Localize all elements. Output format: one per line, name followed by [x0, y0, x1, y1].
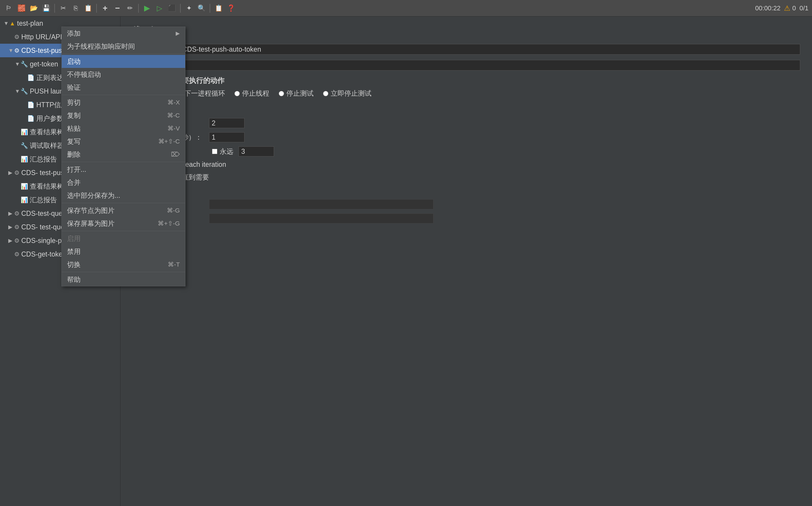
- forever-text: 永远: [220, 147, 233, 156]
- save-icon[interactable]: 💾: [41, 3, 51, 14]
- vr2-icon: 📊: [21, 183, 28, 190]
- delay-create-row: 延迟创建线程直到需要: [132, 173, 800, 182]
- minus-icon[interactable]: −: [112, 3, 123, 14]
- warning-count: 0: [792, 4, 796, 12]
- arrow-test-plan: ▼: [4, 20, 9, 26]
- separator-3: [138, 4, 139, 13]
- start-icon[interactable]: ▶: [142, 3, 152, 14]
- open-icon[interactable]: 📂: [28, 3, 39, 14]
- menu-no-pause-label: 不停顿启动: [67, 70, 101, 79]
- cds-gt-icon: ⚙: [14, 251, 19, 258]
- thread-props-section: 线程属性 线程数： Ramp-Up时间（秒）： 循环次数 永远 Same use: [132, 105, 800, 224]
- stop-icon[interactable]: ⬛: [167, 3, 177, 14]
- menu-help-label: 帮助: [67, 275, 81, 284]
- separator-f: [62, 272, 185, 272]
- name-input[interactable]: [179, 44, 800, 55]
- log-icon[interactable]: 📋: [213, 3, 224, 14]
- vr1-icon: 📊: [21, 129, 28, 136]
- radio-stop-thread-label: 停止线程: [242, 89, 269, 98]
- radio-stop-test-label: 停止测试: [287, 89, 314, 98]
- menu-merge[interactable]: 合并: [62, 176, 185, 189]
- menu-cut-label: 剪切: [67, 98, 81, 107]
- menu-switch-shortcut: ⌘-T: [168, 261, 180, 268]
- radio-stop-thread[interactable]: 停止线程: [234, 89, 269, 98]
- menu-start-label: 启动: [67, 57, 81, 66]
- menu-disable[interactable]: 禁用: [62, 245, 185, 258]
- menu-help[interactable]: 帮助: [62, 273, 185, 286]
- tree-label-user-params: 用户参数: [36, 114, 64, 123]
- forever-label[interactable]: 永远: [212, 147, 233, 156]
- menu-validate[interactable]: 验证: [62, 81, 185, 94]
- name-row: 名称：: [132, 44, 800, 55]
- menu-validate-label: 验证: [67, 83, 81, 92]
- menu-save-screen-image[interactable]: 保存屏幕为图片 ⌘+⇧-G: [62, 217, 185, 230]
- arrow-cds-pf: ▶: [8, 169, 14, 176]
- add-icon[interactable]: +: [100, 3, 110, 14]
- copy-icon[interactable]: ⎘: [70, 3, 81, 14]
- menu-paste[interactable]: 粘贴 ⌘-V: [62, 122, 185, 135]
- menu-delete[interactable]: 删除 ⌦: [62, 148, 185, 161]
- scheduler-row: 调度器: [132, 186, 800, 195]
- arrow-get-token: ▼: [15, 61, 21, 67]
- menu-duplicate[interactable]: 复写 ⌘+⇧-C: [62, 135, 185, 148]
- plan-icon: ▲: [9, 20, 15, 27]
- ramp-up-input[interactable]: [209, 132, 244, 142]
- menu-switch[interactable]: 切换 ⌘-T: [62, 258, 185, 271]
- menu-cut-shortcut: ⌘-X: [167, 99, 180, 106]
- error-action-section: 在取样器错误后要执行的动作 继续 启动下一进程循环 停止线程 停止测试: [132, 76, 800, 98]
- arrow-cds-push: ▼: [8, 48, 14, 54]
- clear-icon[interactable]: ✏: [125, 3, 135, 14]
- tree-label-test-plan: test-plan: [17, 19, 43, 27]
- separator-c: [62, 162, 185, 162]
- menu-start[interactable]: 启动: [62, 55, 185, 68]
- cds-pf-icon: ⚙: [14, 169, 19, 176]
- menu-save-selection[interactable]: 选中部分保存为...: [62, 189, 185, 202]
- menu-add[interactable]: 添加 ▶: [62, 27, 185, 40]
- arrow-push: ▼: [15, 88, 21, 94]
- radio-stop-thread-input[interactable]: [234, 91, 240, 96]
- menu-cut[interactable]: 剪切 ⌘-X: [62, 96, 185, 109]
- start-delay-input[interactable]: [209, 214, 433, 224]
- radio-stop-test-input[interactable]: [279, 91, 284, 96]
- duration-input[interactable]: [209, 199, 433, 209]
- remote-icon[interactable]: ✦: [184, 3, 194, 14]
- comment-input[interactable]: [179, 60, 800, 71]
- separator-4: [180, 4, 181, 13]
- menu-open[interactable]: 打开...: [62, 163, 185, 176]
- new-plan-icon[interactable]: 🏳: [4, 3, 14, 14]
- menu-copy-shortcut: ⌘-C: [167, 112, 180, 119]
- http-header-icon: 📄: [27, 101, 34, 108]
- radio-stop-test[interactable]: 停止测试: [279, 89, 314, 98]
- error-action-group: 继续 启动下一进程循环 停止线程 停止测试 立即停止测试: [132, 89, 800, 98]
- start-no-pause-icon[interactable]: ▷: [154, 3, 165, 14]
- paste-icon[interactable]: 📋: [83, 3, 93, 14]
- warning-badge: ⚠ 0: [784, 4, 796, 12]
- menu-open-label: 打开...: [67, 165, 86, 174]
- error-action-title: 在取样器错误后要执行的动作: [132, 76, 800, 85]
- analyze-icon[interactable]: 🔍: [196, 3, 207, 14]
- radio-stop-test-now[interactable]: 立即停止测试: [323, 89, 372, 98]
- menu-save-screen-shortcut: ⌘+⇧-G: [158, 220, 180, 227]
- menu-save-node-image[interactable]: 保存节点为图片 ⌘-G: [62, 204, 185, 217]
- forever-checkbox[interactable]: [212, 149, 217, 154]
- menu-del-shortcut: ⌦: [171, 151, 180, 158]
- menu-no-pause-start[interactable]: 不停顿启动: [62, 68, 185, 81]
- separator-e: [62, 231, 185, 231]
- cut-icon[interactable]: ✂: [58, 3, 69, 14]
- cds-qa-icon: ⚙: [14, 210, 19, 217]
- menu-copy[interactable]: 复制 ⌘-C: [62, 109, 185, 122]
- thread-count-input[interactable]: [209, 118, 244, 128]
- radio-stop-test-now-input[interactable]: [323, 91, 328, 96]
- user-params-icon: 📄: [27, 115, 34, 122]
- http-icon: ⚙: [14, 33, 19, 40]
- separator-5: [210, 4, 210, 13]
- menu-enable[interactable]: 启用: [62, 232, 185, 245]
- main-area: ▼ ▲ test-plan ⚙ Http URL/API Test ▼ ⚙ CD…: [0, 16, 812, 506]
- menu-dup-shortcut: ⌘+⇧-C: [158, 138, 180, 145]
- loop-count-input[interactable]: [239, 147, 274, 157]
- menu-add-think-time[interactable]: 为子线程添加响应时间: [62, 40, 185, 53]
- right-panel: 线程组 名称： 注释： 在取样器错误后要执行的动作 继续 启动下一进程循环: [120, 16, 812, 506]
- help-icon[interactable]: ❓: [226, 3, 236, 14]
- templates-icon[interactable]: 🧱: [16, 3, 26, 14]
- menu-save-node-label: 保存节点为图片: [67, 206, 114, 215]
